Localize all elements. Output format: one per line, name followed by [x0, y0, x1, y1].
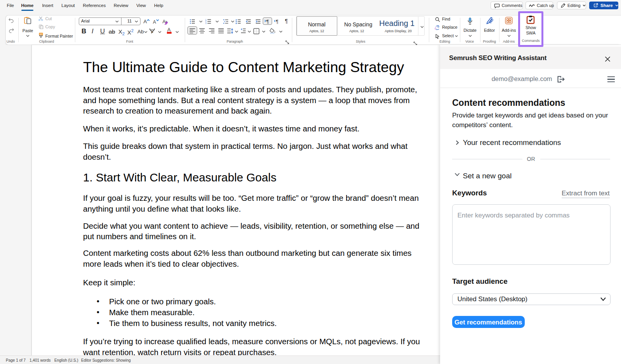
svg-text:¶: ¶ — [266, 19, 269, 24]
svg-text:ab: ab — [40, 33, 42, 35]
svg-text:c: c — [435, 26, 437, 30]
svg-text:3: 3 — [205, 22, 206, 24]
svg-text:¶: ¶ — [276, 19, 279, 24]
